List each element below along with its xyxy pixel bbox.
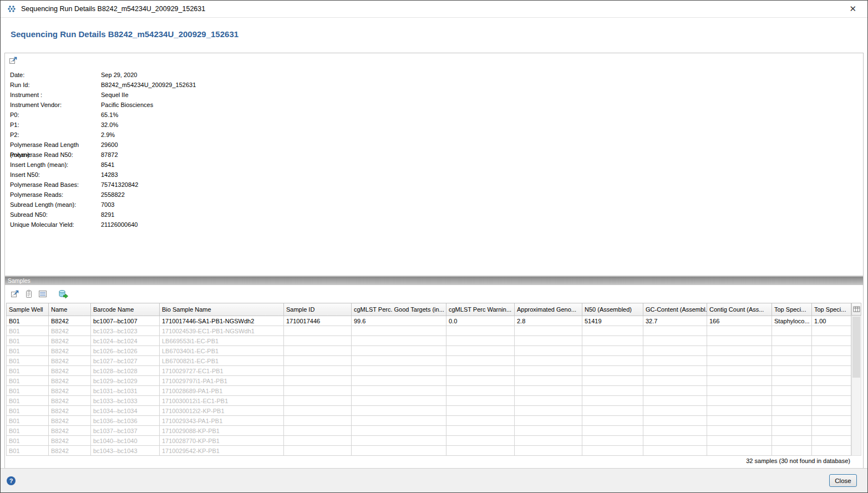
table-cell[interactable] [446, 436, 515, 446]
table-cell[interactable] [515, 426, 582, 436]
table-cell[interactable]: B01 [7, 406, 49, 416]
table-cell[interactable]: B8242 [49, 316, 91, 326]
table-cell[interactable] [772, 426, 812, 436]
table-cell[interactable] [515, 326, 582, 336]
table-cell[interactable] [812, 376, 851, 386]
table-cell[interactable] [707, 416, 772, 426]
table-cell[interactable]: bc1040--bc1040 [91, 436, 160, 446]
table-cell[interactable] [707, 376, 772, 386]
table-cell[interactable]: 1710029343-PA1-PB1 [160, 416, 284, 426]
table-cell[interactable]: B8242 [49, 346, 91, 356]
table-cell[interactable]: B8242 [49, 426, 91, 436]
table-cell[interactable] [446, 446, 515, 456]
table-cell[interactable] [772, 446, 812, 456]
table-cell[interactable] [582, 396, 643, 406]
export-icon[interactable] [8, 55, 18, 65]
table-cell[interactable]: 2.8 [515, 316, 582, 326]
table-cell[interactable]: B8242 [49, 386, 91, 396]
table-cell[interactable]: Staphyloco... [772, 316, 812, 326]
table-row[interactable]: B01B8242bc1028--bc10281710029727-EC1-PB1 [7, 366, 851, 376]
table-cell[interactable]: B8242 [49, 366, 91, 376]
table-cell[interactable]: B01 [7, 316, 49, 326]
table-cell[interactable] [812, 386, 851, 396]
column-header[interactable]: Top Speci... [812, 303, 851, 316]
table-cell[interactable] [812, 436, 851, 446]
table-cell[interactable]: B01 [7, 436, 49, 446]
table-cell[interactable]: bc1007--bc1007 [91, 316, 160, 326]
table-row[interactable]: B01B8242bc1027--bc1027LB670082i1-EC-PB1 [7, 356, 851, 366]
table-cell[interactable] [515, 366, 582, 376]
table-cell[interactable]: B01 [7, 416, 49, 426]
table-cell[interactable] [707, 326, 772, 336]
table-cell[interactable]: B01 [7, 376, 49, 386]
table-row[interactable]: B01B8242bc1024--bc1024LB669553i1-EC-PB1 [7, 336, 851, 346]
table-cell[interactable] [643, 376, 707, 386]
table-cell[interactable] [284, 376, 352, 386]
column-header[interactable]: cgMLST Perc Warnin... [446, 303, 515, 316]
vertical-scrollbar[interactable] [851, 316, 861, 456]
table-cell[interactable] [515, 376, 582, 386]
table-cell[interactable] [812, 396, 851, 406]
table-cell[interactable]: 1710017446-SA1-PB1-NGSWdh2 [160, 316, 284, 326]
table-cell[interactable] [352, 426, 446, 436]
table-cell[interactable] [284, 336, 352, 346]
table-cell[interactable]: B01 [7, 386, 49, 396]
table-cell[interactable]: B8242 [49, 356, 91, 366]
table-cell[interactable] [812, 406, 851, 416]
column-header[interactable]: Barcode Name [91, 303, 160, 316]
table-cell[interactable] [772, 366, 812, 376]
table-cell[interactable] [643, 336, 707, 346]
table-cell[interactable] [352, 346, 446, 356]
table-cell[interactable]: B8242 [49, 436, 91, 446]
table-cell[interactable]: bc1027--bc1027 [91, 356, 160, 366]
table-cell[interactable]: 1710030012i2-KP-PB1 [160, 406, 284, 416]
table-cell[interactable] [515, 416, 582, 426]
table-cell[interactable] [812, 326, 851, 336]
table-cell[interactable] [284, 346, 352, 356]
table-cell[interactable] [772, 356, 812, 366]
table-cell[interactable] [707, 406, 772, 416]
table-cell[interactable] [772, 386, 812, 396]
table-cell[interactable]: bc1043--bc1043 [91, 446, 160, 456]
table-cell[interactable]: 1710030012i1-EC1-PB1 [160, 396, 284, 406]
table-cell[interactable]: 1710024539-EC1-PB1-NGSWdh1 [160, 326, 284, 336]
table-cell[interactable] [352, 366, 446, 376]
table-cell[interactable] [707, 426, 772, 436]
table-cell[interactable] [707, 336, 772, 346]
table-cell[interactable] [772, 406, 812, 416]
copy-icon[interactable] [24, 289, 34, 299]
column-header[interactable]: Contig Count (Ass... [707, 303, 772, 316]
table-cell[interactable] [772, 336, 812, 346]
table-cell[interactable] [812, 366, 851, 376]
table-row[interactable]: B01B8242bc1040--bc10401710028770-KP-PB1 [7, 436, 851, 446]
table-cell[interactable] [812, 416, 851, 426]
export-icon[interactable] [10, 289, 20, 299]
help-icon[interactable]: ? [7, 476, 16, 485]
column-header[interactable]: Approximated Geno... [515, 303, 582, 316]
table-cell[interactable] [772, 396, 812, 406]
table-cell[interactable] [352, 386, 446, 396]
table-cell[interactable] [772, 346, 812, 356]
table-cell[interactable] [446, 406, 515, 416]
table-row[interactable]: B01B8242bc1023--bc10231710024539-EC1-PB1… [7, 326, 851, 336]
table-cell[interactable] [284, 356, 352, 366]
table-cell[interactable] [812, 356, 851, 366]
table-cell[interactable] [643, 346, 707, 356]
column-header[interactable]: Top Speci... [772, 303, 812, 316]
table-row[interactable]: B01B8242bc1026--bc1026LB670340i1-EC-PB1 [7, 346, 851, 356]
table-row[interactable]: B01B8242bc1031--bc10311710028689-PA1-PB1 [7, 386, 851, 396]
table-cell[interactable] [515, 386, 582, 396]
table-cell[interactable] [515, 356, 582, 366]
table-row[interactable]: B01B8242bc1043--bc10431710029542-KP-PB1 [7, 446, 851, 456]
table-cell[interactable] [352, 416, 446, 426]
table-cell[interactable] [707, 346, 772, 356]
table-cell[interactable] [582, 416, 643, 426]
table-cell[interactable]: B01 [7, 346, 49, 356]
table-row[interactable]: B01B8242bc1037--bc10371710029088-KP-PB1 [7, 426, 851, 436]
table-cell[interactable]: B8242 [49, 336, 91, 346]
table-cell[interactable]: bc1024--bc1024 [91, 336, 160, 346]
table-cell[interactable] [707, 366, 772, 376]
table-cell[interactable]: B01 [7, 426, 49, 436]
table-cell[interactable] [643, 426, 707, 436]
table-cell[interactable]: B01 [7, 366, 49, 376]
